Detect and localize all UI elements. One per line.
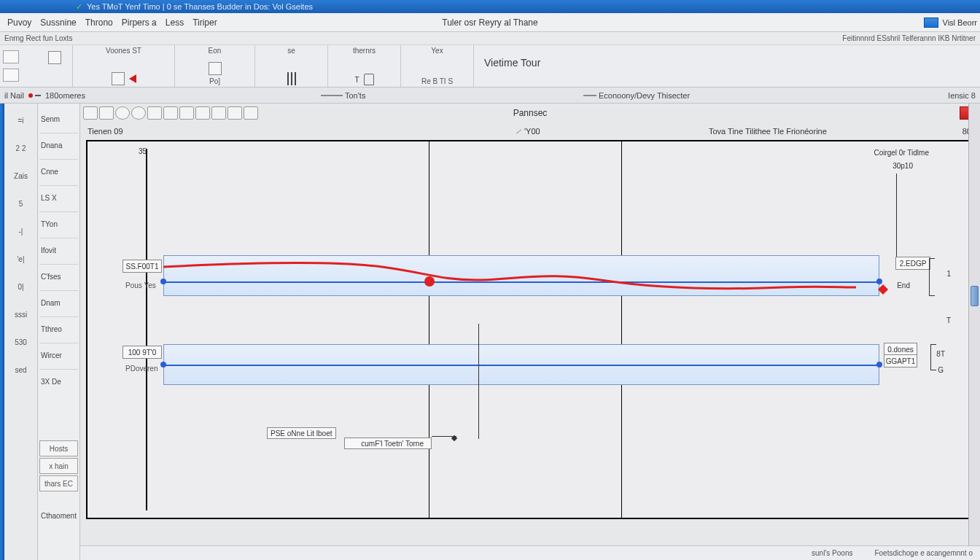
hline-icon [321,95,343,96]
scroll-thumb[interactable] [971,286,979,306]
ch-mid: ⟋'Y00 [514,127,540,136]
sc-9[interactable]: Wircer [39,343,78,368]
lp-1[interactable]: 2 2 [6,136,36,160]
rg4-label: thernrs [353,47,376,55]
r-sub1: End [897,281,910,289]
left-props: =i 2 2 Zais 5 -| 'e| 0| sssi 530 sed [4,104,38,560]
sb-1[interactable]: x hain [39,458,78,474]
workspace: =i 2 2 Zais 5 -| 'e| 0| sssi 530 sed Sen… [0,104,980,560]
play-left-icon[interactable] [129,74,136,83]
tab-btn-11[interactable] [244,106,258,120]
tab-btn-6[interactable] [163,106,178,120]
ribbon-group-5: Yex Re B TI S [401,45,474,87]
rg2-sub: Po] [209,77,220,85]
lane2-sub: PDoveren [125,365,158,373]
ribbon-group-1: Voones ST [73,45,175,87]
sub-right: Feitinnnrd ESshril Telferannn IKB Nrtitn… [842,34,976,42]
right-title: Coirgel 0r Tidlme [874,149,929,157]
rg1-label: Voones ST [106,47,141,55]
play-box-icon[interactable] [112,72,125,85]
ribbon-group-2: Eon Po] [175,45,255,87]
tab-btn-3[interactable] [115,106,130,120]
rg5-sub: Re B TI S [421,77,453,85]
menu-item-3[interactable]: Pirpers a [117,15,161,31]
ribbon-title: Vietime Tour [484,47,540,69]
tab-btn-9[interactable] [211,106,226,120]
sc-4[interactable]: TYon [39,211,78,236]
menu-item-1[interactable]: Sussnine [36,15,80,31]
lane1-sub: Pous Yes [125,281,156,289]
lp-9[interactable]: sed [6,357,36,382]
vline-right [621,141,622,518]
tiny-button-1[interactable] [3,50,19,63]
sub-left: Enrng Rect fun Loxts [4,34,72,42]
lp-3[interactable]: 5 [6,191,36,216]
sc-5[interactable]: Ifovit [39,238,78,262]
lane1-box: SS.F00T1 [122,260,162,273]
menu-center: Tuler osr Reyry al Thane [442,18,537,28]
ctx-right: Iensic 8 [948,91,976,100]
chart-header: Tienen 09 ⟋'Y00 Tova Tine Tilithee Tle F… [80,122,980,140]
sc-6[interactable]: C'fses [39,264,78,289]
tab-strip: Pannsec [80,104,980,122]
tiny-button-2[interactable] [3,69,19,82]
menu-bar: Puvoy Sussnine Throno Pirpers a Less Tir… [0,13,980,32]
tab-btn-5[interactable] [147,106,162,120]
trash-icon[interactable] [364,74,374,85]
right-val: 30p10 [892,162,913,170]
menu-item-2[interactable]: Throno [81,15,117,31]
ribbon-group-icon [36,45,73,87]
sc-last[interactable]: Cthaoment [39,503,78,528]
status-bar: sunl's Poons Foetsdichoge e acangemnnt o [80,545,980,560]
bars-icon[interactable] [287,72,296,85]
r-t1: 1 [946,270,951,278]
sc-7[interactable]: Dnam [39,290,78,315]
sb-2[interactable]: thars EC [39,475,78,491]
ch-right: Tova Tine Tilithee Tle Frionéorine [709,127,827,136]
lp-4[interactable]: -| [6,219,36,244]
lp-2[interactable]: Zais [6,163,36,188]
sc-10[interactable]: 3X De [39,369,78,394]
tab-btn-1[interactable] [83,106,98,120]
tab-btn-10[interactable] [228,106,242,120]
tab-btn-2[interactable] [99,106,114,120]
node-1b[interactable] [876,279,882,284]
red-end-node[interactable] [878,284,888,295]
ch-left: Tienen 09 [88,127,123,136]
context-bar: il Nail 180omeres Ton'ts Econoony/Devy T… [0,88,980,104]
blue-line-2 [163,365,879,366]
y-top-label: 35 [139,147,147,155]
menu-item-4[interactable]: Less [161,15,188,31]
ctx-item-2[interactable] [28,93,41,98]
timeline-chart[interactable]: 35 SS.F00T1 Pous Yes 100 9T'0 PDoveren [86,140,974,519]
r-t2: T [946,316,951,324]
sub-bar: Enrng Rect fun Loxts Feitinnnrd ESshril … [0,32,980,45]
tab-btn-7[interactable] [179,106,194,120]
lp-6[interactable]: 0| [6,274,36,299]
lp-7[interactable]: sssi [6,302,36,327]
sc-0[interactable]: Senm [39,106,78,131]
ribbon-group-3: se [255,45,328,87]
menu-item-0[interactable]: Puvoy [3,15,36,31]
lp-0[interactable]: =i [6,108,36,133]
lp-5[interactable]: 'e| [6,246,36,271]
sc-3[interactable]: LS X [39,185,78,210]
sc-2[interactable]: Cnne [39,159,78,184]
ribbon-group-4: thernrs T [328,45,401,87]
menu-item-5[interactable]: Tiriper [188,15,222,31]
settings-box-icon[interactable] [209,62,222,75]
ribbon-title-group: Vietime Tour [474,45,980,87]
lp-8[interactable]: 530 [6,330,36,354]
r-box3: GGAPT1 [884,354,917,368]
tab-btn-8[interactable] [195,106,210,120]
node-2a[interactable] [160,362,166,368]
sc-1[interactable]: Dnana [39,133,78,158]
side-col: Senm Dnana Cnne LS X TYon Ifovit C'fses … [38,104,80,560]
sb-0[interactable]: Hosts [39,440,78,456]
doc-icon[interactable] [48,51,61,64]
scrollbar-vertical[interactable] [968,104,980,545]
sc-8[interactable]: Tthreo [39,316,78,341]
node-2b[interactable] [876,362,882,368]
logo-box-icon [924,18,938,28]
tab-btn-4[interactable] [131,106,146,120]
